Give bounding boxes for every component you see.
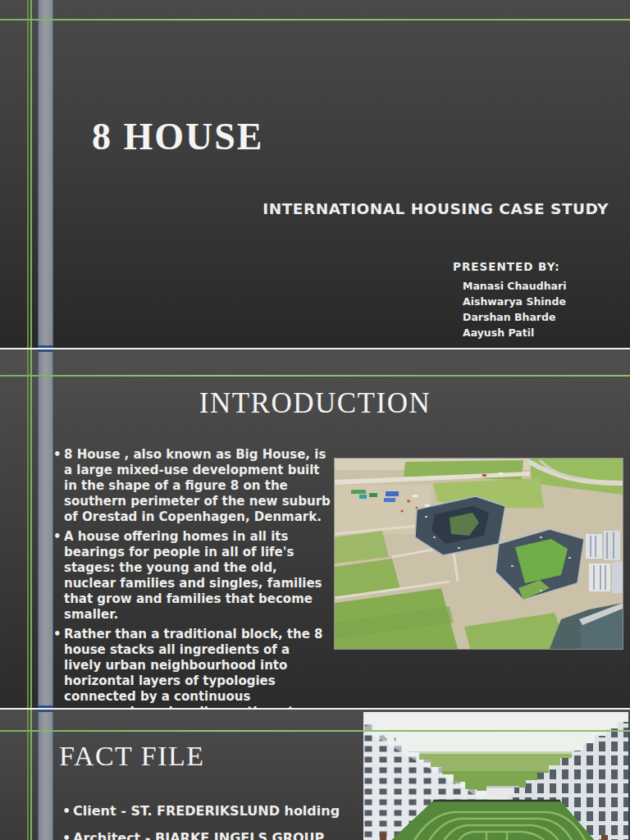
bullet-item: A house offering homes in all its bearin… [53,529,331,623]
slide2-title: INTRODUCTION [0,387,630,420]
slide3-bullet-list: Client - ST. FREDERIKSLUND holding Archi… [62,800,358,840]
slide-separator [0,348,630,349]
accent-hline [0,730,630,732]
accent-vline [27,710,29,840]
slide1-title: 8 HOUSE [92,115,264,158]
presenter-name: Manasi Chaudhari [463,278,566,294]
bullet-text: Rather than a traditional block, the 8 h… [64,627,323,708]
slide-title-page: 8 HOUSE INTERNATIONAL HOUSING CASE STUDY… [0,0,630,348]
presenter-name: Darshan Bharde [463,309,566,325]
slide2-bullet-list: 8 House , also known as Big House, is a … [53,447,331,708]
bullet-item: 8 House , also known as Big House, is a … [53,447,331,525]
bullet-item: Architect - BJARKE INGELS GROUP [62,827,358,840]
presenter-name: Aishwarya Shinde [463,294,566,309]
slide3-title: FACT FILE [59,741,205,772]
document-page[interactable]: 8 HOUSE INTERNATIONAL HOUSING CASE STUDY… [0,0,630,840]
accent-hline [0,19,630,21]
accent-bar [38,710,53,840]
presenter-list: Manasi Chaudhari Aishwarya Shinde Darsha… [463,278,566,340]
accent-bar [38,0,53,348]
aerial-photo-8-house [334,458,623,650]
slide1-subtitle: INTERNATIONAL HOUSING CASE STUDY [262,200,609,217]
accent-vline [30,710,32,840]
presenter-name: Aayush Patil [463,325,566,340]
slide-introduction: INTRODUCTION 8 House , also known as Big… [0,349,630,708]
bullet-item: Rather than a traditional block, the 8 h… [53,627,331,708]
accent-vline [27,0,29,348]
accent-vline [30,0,32,348]
accent-hline [0,375,630,377]
bullet-item: Client - ST. FREDERIKSLUND holding [62,800,358,823]
slide-fact-file: FACT FILE Client - ST. FREDERIKSLUND hol… [0,710,630,840]
presented-by-label: PRESENTED BY: [453,260,560,273]
slide-separator [0,708,630,710]
